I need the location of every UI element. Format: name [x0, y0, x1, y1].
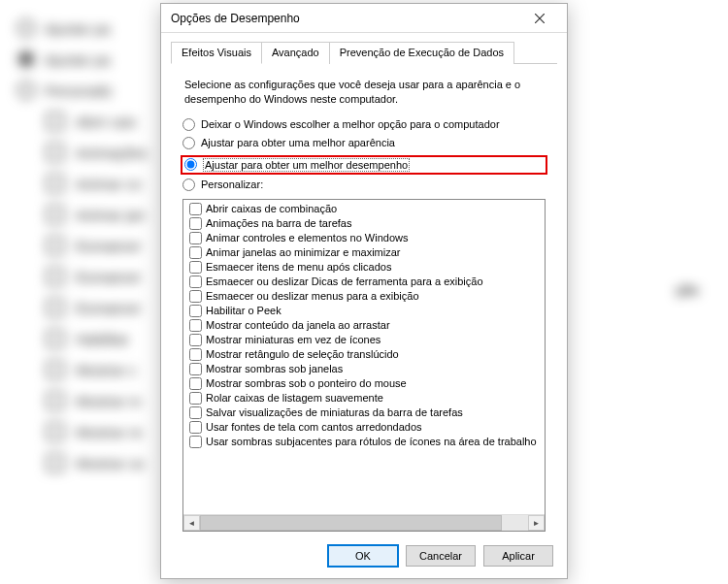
effect-row[interactable]: Abrir caixas de combinação	[185, 202, 543, 216]
tab-content: Selecione as configurações que você dese…	[161, 64, 567, 535]
radio-input-1[interactable]	[182, 137, 195, 149]
effect-row[interactable]: Animar controles e elementos no Windows	[185, 231, 543, 245]
effect-row[interactable]: Animar janelas ao minimizar e maximizar	[185, 245, 543, 260]
radio-input-0[interactable]	[182, 118, 195, 131]
radio-label-0: Deixar o Windows escolher a melhor opção…	[201, 118, 500, 130]
effect-label: Esmaecer ou deslizar Dicas de ferramenta…	[206, 276, 483, 287]
effect-label: Animações na barra de tarefas	[206, 217, 351, 229]
scroll-right-button[interactable]: ►	[528, 515, 545, 531]
effect-label: Usar fontes de tela com cantos arredonda…	[206, 421, 422, 433]
effect-checkbox[interactable]	[189, 276, 202, 288]
effect-row[interactable]: Esmaecer ou deslizar menus para a exibiç…	[185, 289, 543, 304]
effect-row[interactable]: Usar fontes de tela com cantos arredonda…	[185, 420, 543, 435]
effect-checkbox[interactable]	[189, 334, 202, 346]
effects-list: Abrir caixas de combinaçãoAnimações na b…	[183, 200, 545, 514]
radio-option-3[interactable]: Personalizar:	[182, 178, 546, 191]
effect-checkbox[interactable]	[189, 203, 202, 215]
tabstrip: Efeitos VisuaisAvançadoPrevenção de Exec…	[171, 41, 557, 64]
effect-label: Mostrar sombras sob janelas	[206, 363, 343, 374]
effect-row[interactable]: Usar sombras subjacentes para rótulos de…	[185, 435, 543, 449]
effect-checkbox[interactable]	[189, 406, 202, 419]
radio-label-3: Personalizar:	[201, 178, 263, 190]
effect-row[interactable]: Rolar caixas de listagem suavemente	[185, 391, 543, 406]
horizontal-scrollbar[interactable]: ◄ ►	[183, 514, 545, 531]
effect-checkbox[interactable]	[189, 348, 202, 361]
ok-button[interactable]: OK	[328, 545, 398, 567]
close-icon	[535, 14, 545, 23]
radio-input-2[interactable]	[184, 158, 197, 171]
effect-label: Esmaecer itens de menu após clicados	[206, 261, 391, 273]
effect-checkbox[interactable]	[189, 436, 202, 448]
effect-label: Esmaecer ou deslizar menus para a exibiç…	[206, 290, 419, 302]
effect-label: Usar sombras subjacentes para rótulos de…	[206, 436, 537, 447]
titlebar: Opções de Desempenho	[161, 4, 567, 33]
scroll-track[interactable]	[200, 515, 528, 531]
radio-label-2: Ajustar para obter um melhor desempenho	[203, 158, 410, 172]
tab-0[interactable]: Efeitos Visuais	[171, 42, 262, 64]
effect-label: Salvar visualizações de miniaturas da ba…	[206, 406, 463, 418]
effect-label: Animar controles e elementos no Windows	[206, 232, 408, 243]
instruction-text: Selecione as configurações que você dese…	[184, 78, 544, 107]
cancel-button[interactable]: Cancelar	[406, 545, 476, 567]
effect-checkbox[interactable]	[189, 261, 202, 274]
radio-option-0[interactable]: Deixar o Windows escolher a melhor opção…	[182, 118, 546, 131]
dialog-buttons: OK Cancelar Aplicar	[161, 535, 567, 578]
effect-label: Habilitar o Peek	[206, 305, 281, 316]
effect-label: Mostrar conteúdo da janela ao arrastar	[206, 319, 390, 331]
apply-button[interactable]: Aplicar	[483, 545, 553, 567]
effect-row[interactable]: Animações na barra de tarefas	[185, 216, 543, 231]
radio-input-3[interactable]	[182, 178, 195, 191]
effect-checkbox[interactable]	[189, 377, 202, 390]
effect-checkbox[interactable]	[189, 290, 202, 303]
effect-label: Mostrar retângulo de seleção translúcido	[206, 348, 399, 360]
effect-label: Animar janelas ao minimizar e maximizar	[206, 246, 401, 258]
effect-label: Rolar caixas de listagem suavemente	[206, 392, 383, 404]
effect-label: Mostrar miniaturas em vez de ícones	[206, 334, 381, 345]
effect-row[interactable]: Mostrar miniaturas em vez de ícones	[185, 333, 543, 347]
effect-row[interactable]: Esmaecer ou deslizar Dicas de ferramenta…	[185, 275, 543, 289]
effect-row[interactable]: Mostrar sombras sob janelas	[185, 362, 543, 376]
effect-label: Abrir caixas de combinação	[206, 203, 337, 214]
effect-checkbox[interactable]	[189, 305, 202, 317]
effect-checkbox[interactable]	[189, 246, 202, 259]
effect-checkbox[interactable]	[189, 232, 202, 244]
effect-checkbox[interactable]	[189, 319, 202, 332]
bg-right-text: ção	[676, 281, 699, 298]
effect-checkbox[interactable]	[189, 363, 202, 375]
effect-label: Mostrar sombras sob o ponteiro do mouse	[206, 377, 407, 389]
effect-row[interactable]: Mostrar sombras sob o ponteiro do mouse	[185, 376, 543, 391]
performance-options-dialog: Opções de Desempenho Efeitos VisuaisAvan…	[160, 3, 568, 579]
dialog-title: Opções de Desempenho	[171, 12, 520, 25]
effect-row[interactable]: Habilitar o Peek	[185, 304, 543, 318]
effect-row[interactable]: Esmaecer itens de menu após clicados	[185, 260, 543, 275]
scroll-left-button[interactable]: ◄	[183, 515, 200, 531]
effect-checkbox[interactable]	[189, 421, 202, 434]
effect-checkbox[interactable]	[189, 217, 202, 230]
tab-2[interactable]: Prevenção de Execução de Dados	[329, 42, 514, 64]
radio-label-1: Ajustar para obter uma melhor aparência	[201, 137, 395, 148]
effects-listbox[interactable]: Abrir caixas de combinaçãoAnimações na b…	[182, 199, 546, 532]
close-button[interactable]	[520, 5, 559, 32]
effect-checkbox[interactable]	[189, 392, 202, 405]
radio-option-1[interactable]: Ajustar para obter uma melhor aparência	[182, 137, 546, 149]
effect-row[interactable]: Salvar visualizações de miniaturas da ba…	[185, 406, 543, 420]
effect-row[interactable]: Mostrar retângulo de seleção translúcido	[185, 347, 543, 362]
effect-row[interactable]: Mostrar conteúdo da janela ao arrastar	[185, 318, 543, 333]
radio-option-2[interactable]: Ajustar para obter um melhor desempenho	[181, 155, 547, 175]
scroll-thumb[interactable]	[200, 515, 502, 531]
tab-1[interactable]: Avançado	[261, 42, 330, 64]
